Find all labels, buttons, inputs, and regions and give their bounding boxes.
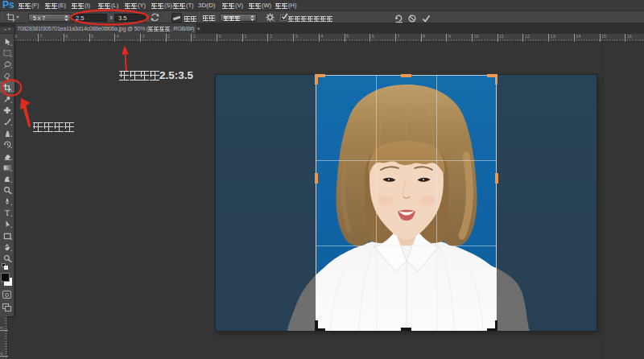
svg-text:T: T bbox=[4, 208, 10, 217]
